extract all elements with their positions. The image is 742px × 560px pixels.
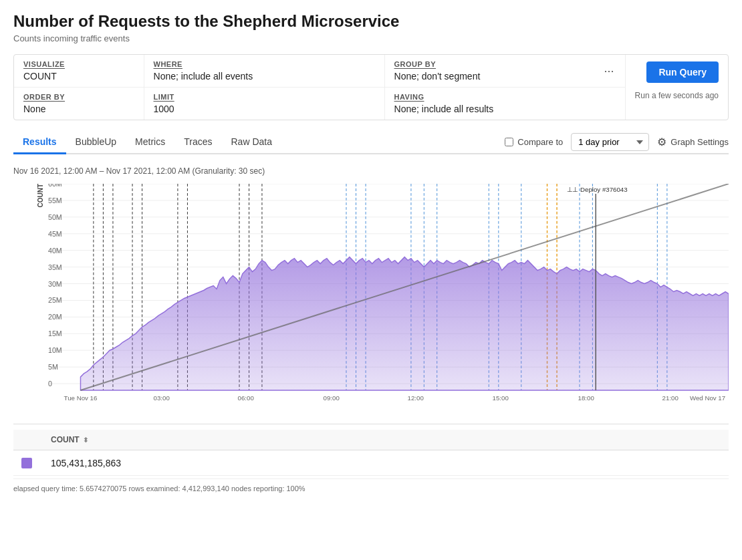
tab-metrics[interactable]: Metrics xyxy=(126,131,174,154)
count-column-header[interactable]: COUNT ⬍ xyxy=(43,430,729,450)
graph-settings-button[interactable]: ⚙ Graph Settings xyxy=(657,136,729,148)
having-value[interactable]: None; include all results xyxy=(394,104,616,114)
tabs-bar: Results BubbleUp Metrics Traces Raw Data… xyxy=(13,131,729,154)
svg-text:20M: 20M xyxy=(48,313,62,321)
where-label: WHERE xyxy=(154,60,375,68)
svg-text:21:00: 21:00 xyxy=(662,394,679,402)
svg-text:⊥⊥ Deploy #376043: ⊥⊥ Deploy #376043 xyxy=(567,186,628,193)
tab-results[interactable]: Results xyxy=(13,131,66,154)
compare-to-select[interactable]: 1 day prior 1 week prior 1 month prior xyxy=(571,133,649,151)
chart-area: Nov 16 2021, 12:00 AM – Nov 17 2021, 12:… xyxy=(13,161,729,501)
sort-icon: ⬍ xyxy=(83,436,88,444)
results-table: COUNT ⬍ 105,431,185,863 xyxy=(13,430,729,476)
chart-svg: 60M 55M 50M 45M 40M 35M 30M 25M 20M 15M … xyxy=(48,184,729,404)
svg-text:15M: 15M xyxy=(48,329,62,337)
svg-text:15:00: 15:00 xyxy=(493,394,509,402)
svg-text:40M: 40M xyxy=(48,247,62,255)
count-label: COUNT xyxy=(51,435,80,444)
visualize-cell: VISUALIZE COUNT xyxy=(14,55,144,87)
svg-text:18:00: 18:00 xyxy=(578,394,595,402)
order-by-value[interactable]: None xyxy=(23,104,134,114)
query-builder: VISUALIZE COUNT WHERE None; include all … xyxy=(13,54,729,120)
group-by-cell: ... GROUP BY None; don't segment xyxy=(385,55,625,87)
svg-text:45M: 45M xyxy=(48,230,62,238)
main-page: Number of Requests to the Shepherd Micro… xyxy=(0,0,742,513)
run-status: Run a few seconds ago xyxy=(635,91,719,100)
compare-to-text: Compare to xyxy=(517,137,563,147)
svg-text:60M: 60M xyxy=(48,184,62,188)
color-column-header xyxy=(13,430,43,450)
visualize-value[interactable]: COUNT xyxy=(23,71,134,82)
limit-cell: LIMIT 1000 xyxy=(144,88,385,120)
tabs-right: Compare to 1 day prior 1 week prior 1 mo… xyxy=(505,133,729,151)
svg-text:35M: 35M xyxy=(48,263,62,271)
query-sidebar: Run Query Run a few seconds ago xyxy=(625,55,728,120)
order-by-cell: ORDER BY None xyxy=(14,88,144,120)
color-swatch xyxy=(21,458,32,468)
more-options-button[interactable]: ... xyxy=(600,60,618,77)
compare-to-label: Compare to xyxy=(505,137,563,147)
y-axis: COUNT xyxy=(13,184,48,404)
svg-text:50M: 50M xyxy=(48,213,62,221)
svg-text:30M: 30M xyxy=(48,279,62,287)
tab-traces[interactable]: Traces xyxy=(174,131,221,154)
svg-text:12:00: 12:00 xyxy=(408,394,424,402)
page-subtitle: Counts incoming traffic events xyxy=(13,33,729,43)
gear-icon: ⚙ xyxy=(657,136,666,148)
having-cell: HAVING None; include all results xyxy=(385,88,625,120)
chart-container[interactable]: COUNT xyxy=(13,184,729,424)
color-cell xyxy=(13,450,43,476)
svg-text:55M: 55M xyxy=(48,196,62,204)
limit-label: LIMIT xyxy=(154,93,375,101)
tab-raw-data[interactable]: Raw Data xyxy=(221,131,281,154)
query-top-section: VISUALIZE COUNT WHERE None; include all … xyxy=(14,55,728,120)
chart-inner: 60M 55M 50M 45M 40M 35M 30M 25M 20M 15M … xyxy=(48,184,729,404)
y-axis-label-count: COUNT xyxy=(37,184,44,208)
where-cell: WHERE None; include all events xyxy=(144,55,385,87)
visualize-label: VISUALIZE xyxy=(23,60,134,68)
graph-settings-label: Graph Settings xyxy=(670,137,729,147)
table-header-row: COUNT ⬍ xyxy=(13,430,729,450)
group-by-label: GROUP BY xyxy=(394,60,616,68)
svg-text:Tue Nov 16: Tue Nov 16 xyxy=(64,394,98,402)
compare-to-checkbox[interactable] xyxy=(505,138,513,146)
limit-value[interactable]: 1000 xyxy=(154,104,375,114)
count-cell: 105,431,185,863 xyxy=(43,450,729,476)
svg-text:06:00: 06:00 xyxy=(238,394,255,402)
page-title: Number of Requests to the Shepherd Micro… xyxy=(13,12,729,31)
tab-bubbleup[interactable]: BubbleUp xyxy=(66,131,126,154)
group-by-value[interactable]: None; don't segment xyxy=(394,71,616,82)
order-by-label: ORDER BY xyxy=(23,93,134,101)
svg-text:25M: 25M xyxy=(48,296,62,304)
svg-text:03:00: 03:00 xyxy=(154,394,170,402)
having-label: HAVING xyxy=(394,93,616,101)
svg-text:09:00: 09:00 xyxy=(324,394,340,402)
svg-text:0: 0 xyxy=(48,380,52,388)
svg-text:5M: 5M xyxy=(48,363,58,371)
table-row: 105,431,185,863 xyxy=(13,450,729,476)
chart-meta: Nov 16 2021, 12:00 AM – Nov 17 2021, 12:… xyxy=(13,164,729,178)
query-row-1: VISUALIZE COUNT WHERE None; include all … xyxy=(14,55,625,88)
query-row-2: ORDER BY None LIMIT 1000 HAVING None; in… xyxy=(14,88,625,120)
footer-stats: elapsed query time: 5.6574270075 rows ex… xyxy=(13,478,729,498)
svg-text:10M: 10M xyxy=(48,346,62,354)
svg-text:Wed Nov 17: Wed Nov 17 xyxy=(690,394,725,402)
run-query-button[interactable]: Run Query xyxy=(646,61,719,83)
query-fields: VISUALIZE COUNT WHERE None; include all … xyxy=(14,55,625,120)
where-value[interactable]: None; include all events xyxy=(154,71,375,82)
